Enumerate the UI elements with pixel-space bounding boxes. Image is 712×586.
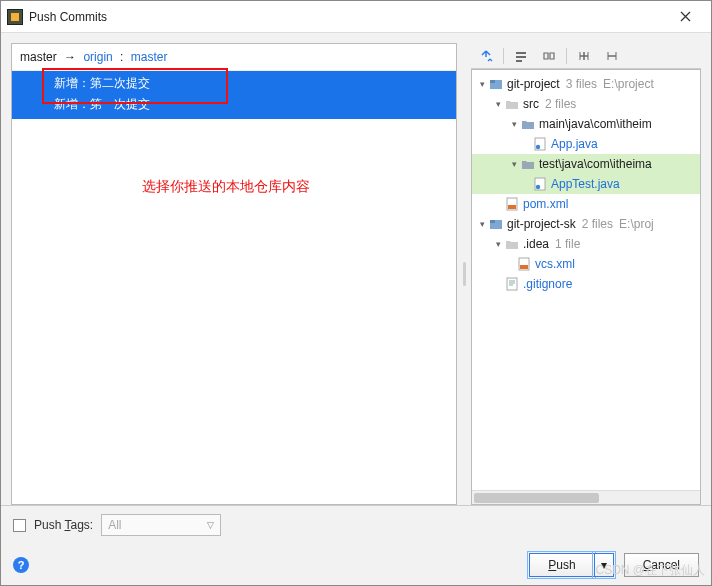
node-label: git-project-sk: [507, 217, 576, 231]
node-label: main\java\com\itheim: [539, 117, 652, 131]
cancel-button[interactable]: Cancel: [624, 553, 699, 577]
dialog-footer: Push Tags: All ▽ ? Push ▾ Cancel: [1, 505, 711, 585]
push-button-group: Push ▾: [529, 553, 613, 577]
local-branch: master: [20, 50, 57, 64]
tree-node-folder[interactable]: ▾ main\java\com\itheim: [472, 114, 700, 134]
project-icon: [488, 76, 504, 92]
push-dropdown-button[interactable]: ▾: [594, 553, 614, 577]
tree-node-file[interactable]: .gitignore: [472, 274, 700, 294]
chevron-down-icon[interactable]: ▾: [476, 219, 488, 229]
separator: [566, 48, 567, 64]
text-file-icon: [504, 276, 520, 292]
node-label: vcs.xml: [535, 257, 575, 271]
push-tags-row: Push Tags: All ▽: [13, 514, 699, 536]
commit-item[interactable]: 新增：第二次提交: [12, 73, 456, 94]
commits-pane: master → origin : master 新增：第二次提交 新增：第一次…: [11, 43, 457, 505]
separator: [503, 48, 504, 64]
node-meta: 2 files: [582, 217, 613, 231]
window-title: Push Commits: [29, 10, 665, 24]
push-button[interactable]: Push: [529, 553, 593, 577]
node-meta: 3 files: [566, 77, 597, 91]
content-area: master → origin : master 新增：第二次提交 新增：第一次…: [1, 33, 711, 505]
remote-name: origin: [83, 50, 112, 64]
help-icon[interactable]: ?: [13, 557, 29, 573]
svg-rect-15: [520, 265, 528, 269]
scrollbar-thumb[interactable]: [474, 493, 599, 503]
tree-node-project[interactable]: ▾ git-project 3 files E:\project: [472, 74, 700, 94]
close-button[interactable]: [665, 3, 705, 31]
node-label: .idea: [523, 237, 549, 251]
java-file-icon: [532, 136, 548, 152]
splitter[interactable]: [461, 43, 467, 505]
node-label: AppTest.java: [551, 177, 620, 191]
commit-list: 新增：第二次提交 新增：第一次提交: [12, 71, 456, 119]
remote-branch: master: [131, 50, 168, 64]
tree-node-file[interactable]: AppTest.java: [472, 174, 700, 194]
svg-rect-1: [516, 52, 526, 54]
chevron-down-icon[interactable]: ▾: [492, 99, 504, 109]
svg-rect-11: [508, 205, 516, 209]
tree-node-file[interactable]: pom.xml: [472, 194, 700, 214]
xml-file-icon: [504, 196, 520, 212]
chevron-down-icon[interactable]: ▾: [476, 79, 488, 89]
tree-node-folder[interactable]: ▾ src 2 files: [472, 94, 700, 114]
button-row: ? Push ▾ Cancel: [13, 553, 699, 577]
folder-icon: [504, 236, 520, 252]
svg-point-9: [536, 185, 540, 189]
branch-line[interactable]: master → origin : master: [12, 44, 456, 71]
chevron-down-icon: ▾: [601, 558, 607, 572]
commit-item[interactable]: 新增：第一次提交: [12, 94, 456, 115]
tree-node-project[interactable]: ▾ git-project-sk 2 files E:\proj: [472, 214, 700, 234]
annotation-text: 选择你推送的本地仓库内容: [142, 178, 310, 196]
push-tags-combo[interactable]: All ▽: [101, 514, 221, 536]
xml-file-icon: [516, 256, 532, 272]
node-label: test\java\com\itheima: [539, 157, 652, 171]
titlebar: Push Commits: [1, 1, 711, 33]
java-file-icon: [532, 176, 548, 192]
expand-tree-icon[interactable]: [573, 46, 595, 66]
combo-value: All: [108, 518, 121, 532]
svg-rect-3: [516, 60, 522, 62]
folder-icon: [504, 96, 520, 112]
svg-rect-2: [516, 56, 526, 58]
svg-rect-13: [490, 220, 495, 223]
svg-point-7: [536, 145, 540, 149]
svg-rect-0: [11, 13, 19, 21]
push-commits-dialog: Push Commits master → origin : master 新增…: [0, 0, 712, 586]
colon: :: [120, 50, 123, 64]
files-toolbar: [471, 43, 701, 69]
node-meta: E:\proj: [619, 217, 654, 231]
node-label: git-project: [507, 77, 560, 91]
tree-node-file[interactable]: App.java: [472, 134, 700, 154]
tree-node-folder[interactable]: ▾ .idea 1 file: [472, 234, 700, 254]
chevron-down-icon[interactable]: ▾: [492, 239, 504, 249]
files-pane: ▾ git-project 3 files E:\project ▾ src 2…: [471, 43, 701, 505]
file-tree[interactable]: ▾ git-project 3 files E:\project ▾ src 2…: [471, 69, 701, 505]
app-icon: [7, 9, 23, 25]
chevron-down-icon: ▽: [207, 520, 214, 530]
folder-icon: [520, 156, 536, 172]
collapse-icon[interactable]: [510, 46, 532, 66]
folder-icon: [520, 116, 536, 132]
chevron-down-icon[interactable]: ▾: [508, 119, 520, 129]
svg-rect-5: [490, 80, 495, 83]
push-tags-label: Push Tags:: [34, 518, 93, 532]
node-meta: E:\project: [603, 77, 654, 91]
horizontal-scrollbar[interactable]: [472, 490, 700, 504]
node-label: pom.xml: [523, 197, 568, 211]
group-by-icon[interactable]: [538, 46, 560, 66]
chevron-down-icon[interactable]: ▾: [508, 159, 520, 169]
expand-all-icon[interactable]: [475, 46, 497, 66]
project-icon: [488, 216, 504, 232]
node-meta: 2 files: [545, 97, 576, 111]
tree-node-folder[interactable]: ▾ test\java\com\itheima: [472, 154, 700, 174]
tree-node-file[interactable]: vcs.xml: [472, 254, 700, 274]
node-label: App.java: [551, 137, 598, 151]
svg-rect-16: [507, 278, 517, 290]
collapse-tree-icon[interactable]: [601, 46, 623, 66]
node-label: src: [523, 97, 539, 111]
node-meta: 1 file: [555, 237, 580, 251]
node-label: .gitignore: [523, 277, 572, 291]
arrow-icon: →: [64, 50, 76, 64]
push-tags-checkbox[interactable]: [13, 519, 26, 532]
